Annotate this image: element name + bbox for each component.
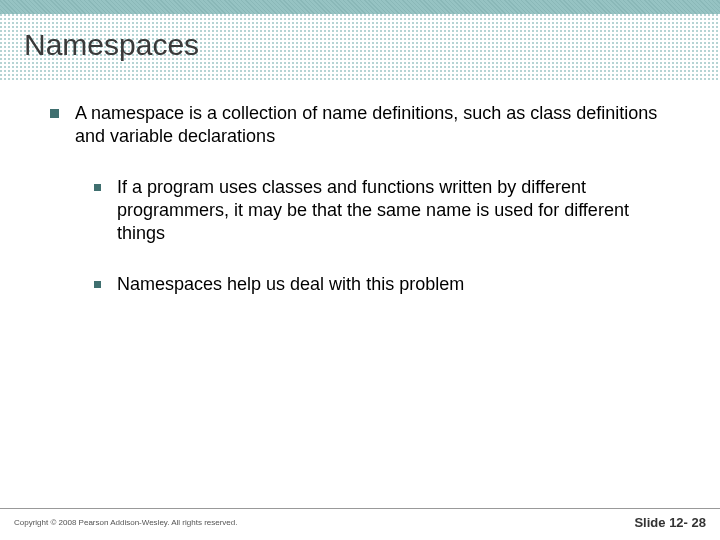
content-area: A namespace is a collection of name defi…	[0, 80, 720, 296]
footer: Copyright © 2008 Pearson Addison-Wesley.…	[0, 508, 720, 540]
slide-title: Namespaces	[24, 28, 696, 62]
bullet-level1: A namespace is a collection of name defi…	[50, 102, 670, 148]
bullet-level2: If a program uses classes and functions …	[94, 176, 670, 245]
square-bullet-icon	[94, 281, 101, 288]
square-bullet-icon	[94, 184, 101, 191]
slide-container: Namespaces A namespace is a collection o…	[0, 0, 720, 540]
square-bullet-icon	[50, 109, 59, 118]
bullet-text: Namespaces help us deal with this proble…	[117, 273, 670, 296]
copyright-text: Copyright © 2008 Pearson Addison-Wesley.…	[14, 518, 238, 527]
title-block: Namespaces	[0, 14, 720, 80]
bullet-level2-group: If a program uses classes and functions …	[50, 176, 670, 296]
bullet-text: A namespace is a collection of name defi…	[75, 102, 670, 148]
slide-number: Slide 12- 28	[634, 515, 706, 530]
header-accent-bar	[0, 0, 720, 14]
bullet-text: If a program uses classes and functions …	[117, 176, 670, 245]
bullet-level2: Namespaces help us deal with this proble…	[94, 273, 670, 296]
